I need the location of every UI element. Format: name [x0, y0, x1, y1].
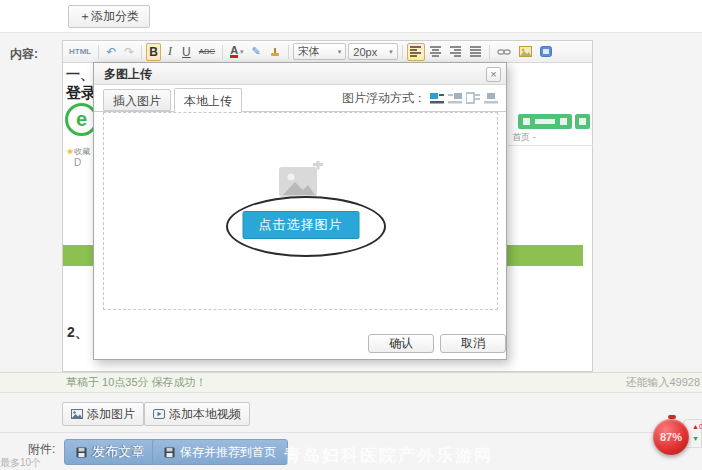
- image-placeholder-icon: [277, 161, 325, 199]
- html-icon: HTML: [69, 47, 91, 56]
- html-source-button[interactable]: HTML: [66, 43, 94, 61]
- ticker-down-icon: ▼: [692, 435, 699, 442]
- redo-icon: ↷: [124, 45, 134, 59]
- ticker-up-icon: ▲: [692, 423, 699, 430]
- font-color-icon: A: [230, 45, 238, 58]
- float-left-icon[interactable]: [466, 92, 480, 105]
- align-center-icon: [430, 46, 442, 57]
- strikethrough-button[interactable]: ABC: [196, 43, 218, 61]
- chars-remaining: 还能输入49928: [625, 373, 700, 392]
- select-images-button[interactable]: 点击选择图片: [242, 211, 359, 239]
- video-icon: [540, 46, 552, 57]
- italic-button[interactable]: I: [163, 43, 177, 61]
- float-default-icon[interactable]: [430, 92, 444, 105]
- float-right-icon[interactable]: [448, 92, 462, 105]
- watermark-text: 青岛妇科医院产外乐游网: [284, 444, 493, 467]
- image-icon: [519, 46, 532, 57]
- editor-toolbar: HTML ↶ ↷ B I U ABC A▾ ✎ 宋体▾ 20px▾: [63, 41, 592, 63]
- font-color-button[interactable]: A▾: [227, 43, 246, 61]
- top-bar: ＋添加分类: [0, 0, 702, 33]
- toolbar-separator: [98, 45, 99, 59]
- favorite-label: ★收藏: [66, 146, 90, 157]
- progress-badge[interactable]: 87%: [653, 419, 689, 455]
- add-category-label: 添加分类: [91, 9, 139, 23]
- save-recommend-label: 保存并推荐到首页: [180, 444, 276, 461]
- save-disk-icon: [164, 447, 175, 458]
- chevron-down-icon: ▾: [389, 48, 393, 56]
- add-video-label: 添加本地视频: [169, 406, 241, 423]
- content-divider: [508, 145, 593, 146]
- toolbar-separator: [141, 45, 142, 59]
- confirm-button[interactable]: 确认: [368, 334, 434, 353]
- link-icon: [497, 47, 511, 57]
- float-center-icon[interactable]: [484, 92, 498, 105]
- upload-drop-area[interactable]: 点击选择图片: [103, 112, 498, 310]
- chevron-down-icon: ▾: [240, 48, 244, 56]
- align-left-icon: [410, 46, 422, 57]
- undo-icon: ↶: [106, 45, 116, 59]
- format-painter-button[interactable]: ✎: [249, 43, 264, 61]
- green-pill-button: [518, 114, 572, 129]
- image-float-options: 图片浮动方式：: [342, 90, 498, 107]
- toolbar-separator: [489, 45, 490, 59]
- save-and-recommend-button[interactable]: 保存并推荐到首页: [152, 439, 288, 465]
- insert-link-button[interactable]: [494, 43, 514, 61]
- draft-saved-status: 草稿于 10点35分 保存成功！: [66, 373, 207, 392]
- content-heading-one: 一、: [66, 66, 94, 84]
- plus-icon: ＋: [79, 9, 91, 23]
- bold-button[interactable]: B: [146, 43, 161, 61]
- add-image-label: 添加图片: [87, 406, 135, 423]
- float-mode-label: 图片浮动方式：: [342, 90, 426, 107]
- publish-label: 发布文章: [92, 443, 144, 461]
- tab-local-upload[interactable]: 本地上传: [174, 88, 242, 112]
- star-icon: ★: [66, 147, 74, 156]
- align-right-button[interactable]: [447, 43, 465, 61]
- toolbar-separator: [402, 45, 403, 59]
- toolbar-separator: [288, 45, 289, 59]
- image-icon: [71, 409, 83, 419]
- dialog-close-button[interactable]: ×: [486, 67, 501, 82]
- cancel-button[interactable]: 取消: [440, 334, 506, 353]
- tab-insert-image[interactable]: 插入图片: [103, 89, 171, 111]
- add-category-button[interactable]: ＋添加分类: [68, 5, 150, 28]
- brush-icon: [269, 46, 281, 58]
- toolbar-separator: [222, 45, 223, 59]
- undo-button[interactable]: ↶: [103, 43, 119, 61]
- align-left-button[interactable]: [407, 43, 425, 61]
- add-local-video-button[interactable]: 添加本地视频: [144, 402, 250, 426]
- font-size-select[interactable]: 20px▾: [348, 43, 398, 60]
- insert-video-button[interactable]: [537, 43, 555, 61]
- video-icon: [153, 409, 165, 419]
- justify-icon: [470, 46, 482, 57]
- justify-button[interactable]: [467, 43, 485, 61]
- content-label: 内容:: [10, 46, 38, 63]
- multi-image-upload-dialog: 多图上传 × 插入图片 本地上传 图片浮动方式： 点击选择图片 确认 取消: [93, 62, 507, 360]
- align-right-icon: [450, 46, 462, 57]
- attachment-hint: 最多10个: [0, 456, 41, 470]
- content-d-label: D: [74, 157, 81, 168]
- pencil-icon: ✎: [252, 45, 261, 58]
- publish-article-button[interactable]: 发布文章: [64, 439, 156, 465]
- dialog-title: 多图上传: [94, 63, 506, 85]
- content-login-text: 登录: [66, 84, 96, 103]
- add-image-button[interactable]: 添加图片: [62, 402, 144, 426]
- content-heading-two: 2、: [67, 324, 89, 342]
- stock-ticker: ▲0 ▼: [692, 421, 702, 445]
- font-family-select[interactable]: 宋体▾: [293, 43, 347, 60]
- brush-button[interactable]: [266, 43, 284, 61]
- underline-button[interactable]: U: [179, 43, 194, 61]
- redo-button[interactable]: ↷: [121, 43, 137, 61]
- home-link-text: 首页 -: [512, 131, 536, 144]
- align-center-button[interactable]: [427, 43, 445, 61]
- chevron-down-icon: ▾: [338, 48, 342, 56]
- green-square-button: [575, 114, 590, 129]
- save-disk-icon: [76, 447, 87, 458]
- status-bar: 草稿于 10点35分 保存成功！ 还能输入49928: [0, 372, 702, 393]
- bottom-divider: [0, 432, 702, 433]
- insert-image-button[interactable]: [516, 43, 535, 61]
